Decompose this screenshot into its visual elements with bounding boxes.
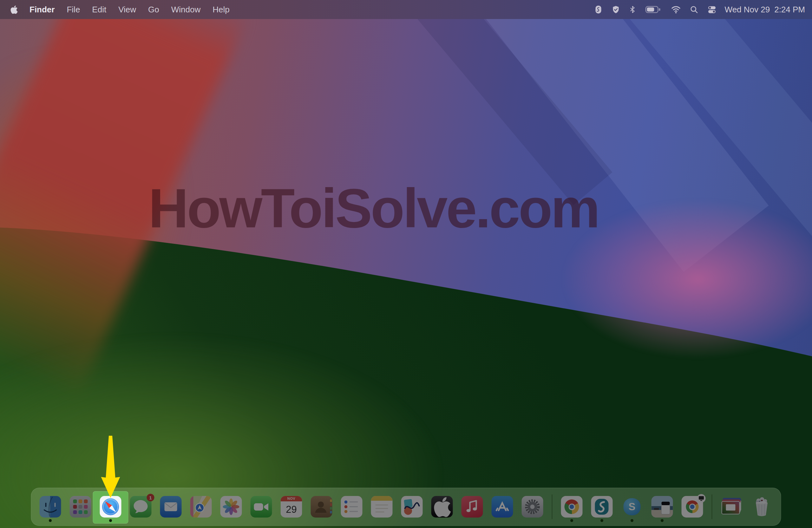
dock-separator — [552, 494, 553, 519]
mail-icon-wrap — [160, 496, 182, 517]
skype-icon: S — [624, 498, 641, 515]
menu-edit[interactable]: Edit — [86, 5, 112, 15]
contacts-icon-wrap — [311, 496, 332, 517]
calendar-day: 29 — [281, 501, 302, 517]
dock-item-contacts[interactable] — [311, 496, 332, 517]
dock-item-facetime[interactable] — [250, 496, 272, 517]
maps-icon — [190, 496, 212, 517]
dock-item-app-store[interactable] — [492, 496, 513, 517]
menu-bar-clock[interactable]: Wed Nov 29 2:24 PM — [725, 5, 807, 15]
trash-full-icon-wrap — [751, 496, 773, 517]
shield-check-icon[interactable] — [607, 5, 625, 14]
trash-full-icon — [751, 496, 773, 519]
menu-view[interactable]: View — [112, 5, 142, 15]
surfshark-icon — [591, 496, 613, 517]
window-stack-icon — [722, 498, 742, 516]
messages-icon-wrap: 1 — [130, 496, 151, 517]
dock-item-skype[interactable]: S — [621, 496, 643, 517]
finder-icon — [40, 496, 61, 517]
menu-window[interactable]: Window — [165, 5, 206, 15]
dock-item-maps[interactable] — [190, 496, 212, 517]
running-indicator-dot — [109, 519, 112, 522]
calendar-icon-wrap: NOV29 — [281, 496, 302, 517]
dock-item-freeform[interactable] — [401, 496, 423, 517]
desktop-wallpaper: HowToiSolve.com — [0, 0, 812, 528]
photo-jar-icon-wrap — [652, 496, 673, 517]
safari-icon — [100, 496, 121, 517]
dock-item-safari[interactable] — [100, 496, 121, 517]
running-indicator-dot — [600, 519, 603, 522]
calendar-month: NOV — [281, 496, 302, 501]
dock-item-system-settings[interactable] — [522, 496, 543, 517]
dock-item-calendar[interactable]: NOV29 — [281, 496, 302, 517]
menu-bar-status: Wed Nov 29 2:24 PM — [590, 5, 807, 15]
contacts-icon — [311, 496, 332, 517]
dock-item-chrome[interactable] — [561, 496, 583, 517]
skype-icon-wrap: S — [621, 496, 643, 517]
menu-bar: Finder FileEditViewGoWindowHelp Wed Nov … — [0, 0, 812, 19]
watermark-text: HowToiSolve.com — [148, 176, 598, 240]
surfshark-icon-wrap — [591, 496, 613, 517]
chrome-icon-wrap — [561, 496, 583, 517]
bluetooth-icon[interactable] — [625, 5, 640, 14]
mail-icon — [160, 496, 182, 517]
menu-file[interactable]: File — [61, 5, 86, 15]
spotlight-search-icon[interactable] — [685, 5, 703, 14]
menu-help[interactable]: Help — [206, 5, 235, 15]
dock-item-apple-tv[interactable]: tv — [431, 496, 453, 517]
dock-item-notes[interactable] — [371, 496, 393, 517]
photos-icon — [220, 496, 242, 517]
finder-icon-wrap — [40, 496, 61, 517]
notification-badge: 1 — [147, 494, 155, 501]
settings-gear-icon — [522, 496, 543, 517]
chrome-icon — [561, 496, 583, 517]
photos-icon-wrap — [220, 496, 242, 517]
notes-icon — [371, 496, 393, 517]
menu-go[interactable]: Go — [142, 5, 165, 15]
calendar-icon: NOV29 — [281, 496, 302, 517]
dock-item-photos[interactable] — [220, 496, 242, 517]
dock-item-music[interactable] — [462, 496, 483, 517]
dock-item-downloads-stack[interactable] — [721, 496, 742, 517]
music-icon-wrap — [462, 496, 483, 517]
dock-item-chrome-remote-desktop[interactable] — [682, 496, 703, 517]
battery-icon[interactable] — [640, 5, 666, 14]
dock-item-trash[interactable] — [751, 496, 773, 517]
dock-item-surfshark[interactable] — [591, 496, 613, 517]
app-menu-finder[interactable]: Finder — [24, 5, 61, 15]
apple-tv-icon: tv — [431, 496, 453, 517]
maps-icon-wrap — [190, 496, 212, 517]
facetime-icon-wrap — [250, 496, 272, 517]
control-center-icon[interactable] — [703, 5, 721, 14]
app-store-icon — [492, 496, 513, 517]
apple-menu[interactable] — [7, 5, 24, 14]
reminders-icon-wrap — [341, 496, 363, 517]
dock-item-messages[interactable]: 1 — [130, 496, 151, 517]
freeform-icon — [401, 496, 423, 517]
running-indicator-dot — [630, 519, 634, 522]
apple-logo-icon — [431, 496, 453, 517]
photo-jar-icon — [652, 496, 673, 517]
wifi-icon[interactable] — [666, 5, 685, 14]
apple-logo-icon — [10, 5, 18, 14]
safari-icon-wrap — [100, 496, 121, 517]
chrome-display-icon-wrap — [682, 496, 703, 517]
menu-bar-date: Wed Nov 29 — [725, 5, 770, 15]
macos-desktop: HowToiSolve.com Finder FileEditViewGoWin… — [0, 0, 812, 528]
reminders-icon — [341, 496, 363, 517]
music-icon — [462, 496, 483, 517]
surfshark-status-icon[interactable] — [590, 5, 607, 14]
dock-item-photo-viewer[interactable] — [652, 496, 673, 517]
running-indicator-dot — [49, 519, 52, 522]
launchpad-icon — [70, 496, 91, 517]
apple-tv-icon-wrap: tv — [431, 496, 453, 517]
dock-item-reminders[interactable] — [341, 496, 363, 517]
settings-gear-icon-wrap — [522, 496, 543, 517]
menu-bar-time: 2:24 PM — [774, 5, 805, 15]
window-stack-icon-wrap — [721, 496, 742, 517]
facetime-icon — [250, 496, 272, 517]
dock-item-launchpad[interactable] — [70, 496, 91, 517]
dock-item-mail[interactable] — [160, 496, 182, 517]
dock-item-finder[interactable] — [40, 496, 61, 517]
notes-icon-wrap — [371, 496, 393, 517]
